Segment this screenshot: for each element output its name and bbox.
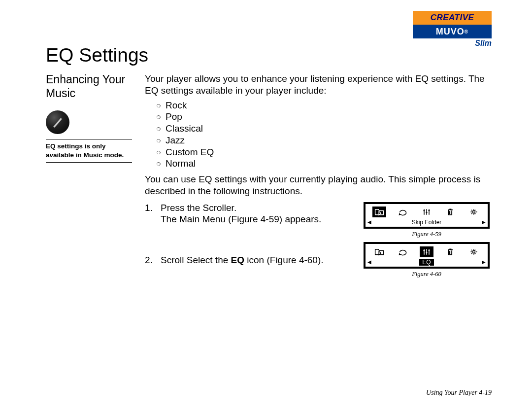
list-item: Normal (157, 158, 490, 170)
logo-muvo: MUVO® (413, 25, 492, 38)
step-number: 1. (145, 202, 161, 226)
repeat-icon (396, 246, 410, 257)
figure-caption: Figure 4-60 (364, 271, 490, 278)
section-subtitle: Enhancing Your Music (46, 73, 130, 100)
tip-icon (46, 110, 69, 134)
preset-list: Rock Pop Classical Jazz Custom EQ Normal (157, 100, 490, 170)
description-text: You can use EQ settings with your curren… (145, 173, 490, 197)
folder-icon (372, 207, 386, 217)
screen-label: Skip Folder (371, 219, 482, 226)
figure-caption: Figure 4-59 (364, 231, 490, 239)
step-body: Scroll Select the EQ icon (Figure 4-60). (161, 254, 357, 266)
left-arrow-icon: ◀ (367, 259, 371, 266)
svg-point-1 (473, 251, 475, 253)
delete-icon (443, 207, 457, 217)
step-body: Press the Scroller. The Main Menu (Figur… (161, 202, 357, 226)
intro-text: Your player allows you to enhance your l… (145, 73, 490, 97)
brand-logo: CREATIVE MUVO® Slim (413, 11, 492, 48)
player-screen: ◀ Skip Folder ▶ (364, 202, 490, 229)
steps-area: 1. Press the Scroller. The Main Menu (Fi… (145, 202, 490, 266)
list-item: Classical (157, 123, 490, 135)
screen-label: EQ (419, 259, 433, 266)
svg-point-0 (473, 210, 475, 213)
screen-label-row: ◀ EQ ▶ (366, 259, 488, 267)
logo-slim: Slim (413, 39, 492, 48)
content-area: Your player allows you to enhance your l… (145, 73, 490, 279)
settings-icon (467, 246, 481, 257)
left-arrow-icon: ◀ (367, 219, 371, 226)
list-item: Rock (157, 100, 490, 111)
list-item: Jazz (157, 135, 490, 146)
step-number: 2. (145, 254, 161, 266)
figures-column: ◀ Skip Folder ▶ Figure 4-59 (364, 202, 490, 282)
player-screen: ◀ EQ ▶ (364, 242, 490, 269)
repeat-icon (396, 207, 410, 217)
delete-icon (443, 246, 457, 257)
eq-icon (420, 207, 433, 217)
tip-text: EQ settings is only available in Music m… (46, 139, 132, 163)
page-title: EQ Settings (46, 44, 148, 66)
eq-icon (420, 246, 433, 257)
settings-icon (467, 207, 481, 217)
logo-creative: CREATIVE (413, 11, 492, 25)
right-arrow-icon: ▶ (482, 259, 486, 266)
list-item: Custom EQ (157, 146, 490, 158)
folder-icon (372, 246, 386, 257)
right-arrow-icon: ▶ (482, 219, 486, 226)
figure-460: ◀ EQ ▶ Figure 4-60 (364, 242, 490, 278)
page-footer: Using Your Player 4-19 (426, 389, 492, 397)
list-item: Pop (157, 111, 490, 123)
figure-459: ◀ Skip Folder ▶ Figure 4-59 (364, 202, 490, 239)
tip-box: EQ settings is only available in Music m… (46, 110, 132, 163)
